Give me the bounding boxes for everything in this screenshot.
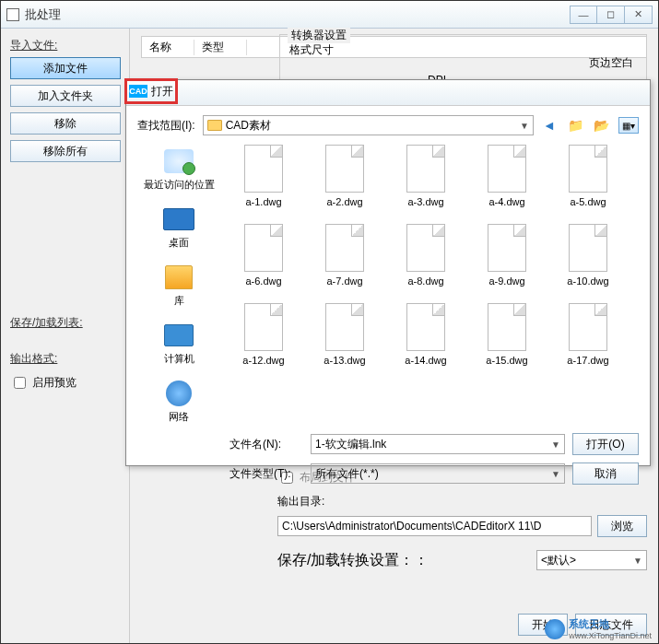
file-item[interactable]: a-7.dwg: [312, 224, 377, 287]
file-dialog-body: 查找范围(I): CAD素材 ▼ ◄ 📁 📂 ▦▾ 最近访问的位置: [126, 106, 650, 433]
open-button[interactable]: 打开(O): [572, 433, 639, 455]
place-desktop-label: 桌面: [169, 236, 189, 250]
browse-button[interactable]: 浏览: [597, 515, 647, 537]
file-icon: [325, 145, 364, 193]
file-icon: [244, 145, 283, 193]
place-library[interactable]: 库: [162, 263, 195, 308]
file-item[interactable]: a-9.dwg: [475, 224, 539, 287]
maximize-button[interactable]: ◻: [597, 6, 625, 24]
views-icon[interactable]: ▦▾: [618, 117, 639, 134]
page-margin-label: 页边空白: [589, 55, 633, 71]
col-name[interactable]: 名称: [142, 40, 194, 55]
minimize-button[interactable]: —: [570, 6, 597, 24]
file-item[interactable]: a-4.dwg: [475, 145, 539, 207]
close-button[interactable]: ✕: [625, 6, 653, 24]
remove-button[interactable]: 移除: [10, 112, 121, 135]
look-in-combo[interactable]: CAD素材 ▼: [203, 115, 534, 135]
place-recent[interactable]: 最近访问的位置: [144, 146, 215, 192]
place-library-label: 库: [174, 294, 184, 308]
format-size-label: 格式尺寸: [289, 42, 637, 58]
file-open-dialog: CAD 打开 查找范围(I): CAD素材 ▼ ◄ 📁 📂 ▦▾ 最近访问: [125, 79, 651, 466]
file-item[interactable]: a-12.dwg: [231, 303, 296, 366]
up-folder-icon[interactable]: 📁: [567, 117, 583, 134]
dialog-title-highlight: CAD 打开: [124, 78, 178, 104]
file-dialog-bottom: 文件名(N): 1-软文编辑.lnk ▼ 打开(O) 文件类型(T): 所有文件…: [126, 433, 650, 501]
dialog-toolbar: ◄ 📁 📂 ▦▾: [541, 117, 639, 134]
cancel-button[interactable]: 取消: [572, 463, 639, 485]
file-icon: [488, 303, 526, 351]
remove-all-button[interactable]: 移除所有: [10, 140, 121, 162]
place-network-label: 网络: [169, 410, 189, 424]
file-item[interactable]: a-13.dwg: [312, 303, 377, 366]
library-icon: [165, 265, 193, 289]
back-icon[interactable]: ◄: [541, 117, 558, 134]
chevron-down-icon: ▼: [633, 556, 642, 566]
window-controls: — ◻ ✕: [570, 6, 653, 24]
watermark-url: www.XiTongTianDi.net: [569, 631, 652, 640]
look-in-value: CAD素材: [226, 118, 271, 134]
folder-icon: [207, 120, 222, 131]
look-in-label: 查找范围(I):: [137, 118, 195, 134]
file-item[interactable]: a-6.dwg: [231, 224, 296, 287]
output-dir-input[interactable]: [277, 516, 592, 536]
chevron-down-icon: ▼: [520, 121, 529, 131]
file-icon: [406, 145, 445, 193]
file-icon: [325, 224, 364, 272]
places-bar: 最近访问的位置 桌面 库 计算机 网络: [137, 141, 220, 424]
file-item[interactable]: a-1.dwg: [231, 145, 296, 207]
output-format-label: 输出格式:: [10, 351, 120, 367]
file-name: a-14.dwg: [405, 355, 446, 366]
app-icon: [6, 8, 19, 21]
file-icon: [488, 224, 526, 272]
file-name: a-15.dwg: [486, 355, 527, 366]
new-folder-icon[interactable]: 📂: [593, 117, 609, 134]
file-name: a-8.dwg: [407, 275, 443, 287]
col-type[interactable]: 类型: [194, 40, 247, 55]
file-icon: [488, 145, 526, 193]
converter-group-title: 转换器设置: [288, 28, 350, 43]
file-name-value: 1-软文编辑.lnk: [315, 437, 386, 452]
file-item[interactable]: a-2.dwg: [312, 145, 377, 207]
file-name: a-17.dwg: [567, 355, 608, 366]
file-item[interactable]: a-8.dwg: [394, 224, 458, 287]
save-load-settings-label: 保存/加载转换设置：：: [277, 551, 429, 570]
file-item[interactable]: a-3.dwg: [394, 145, 458, 207]
place-computer[interactable]: 计算机: [162, 321, 195, 366]
file-name: a-13.dwg: [324, 355, 365, 366]
watermark: 系统天地 www.XiTongTianDi.net: [545, 617, 652, 640]
file-item[interactable]: a-14.dwg: [394, 303, 458, 366]
place-desktop[interactable]: 桌面: [162, 205, 195, 250]
file-item[interactable]: a-17.dwg: [556, 303, 620, 366]
file-type-label: 文件类型(T):: [229, 466, 303, 482]
place-recent-label: 最近访问的位置: [144, 178, 215, 192]
chevron-down-icon: ▼: [551, 469, 560, 479]
file-name: a-9.dwg: [488, 275, 524, 287]
file-icon: [244, 303, 283, 351]
file-icon: [406, 303, 445, 351]
file-grid[interactable]: a-1.dwg a-2.dwg a-3.dwg a-4.dwg a-5.dwg …: [228, 141, 639, 417]
file-item[interactable]: a-5.dwg: [556, 145, 620, 207]
desktop-icon: [163, 208, 194, 230]
watermark-icon: [545, 619, 565, 639]
add-file-button[interactable]: 添加文件: [10, 57, 121, 79]
file-item[interactable]: a-15.dwg: [475, 303, 539, 366]
place-computer-label: 计算机: [164, 352, 194, 366]
file-dialog-main: 最近访问的位置 桌面 库 计算机 网络: [137, 141, 639, 424]
file-name-input[interactable]: 1-软文编辑.lnk ▼: [311, 434, 565, 454]
file-dialog-titlebar: CAD 打开: [126, 80, 650, 106]
left-panel: 导入文件: 添加文件 加入文件夹 移除 移除所有 保存/加载列表: 输出格式: …: [1, 29, 130, 643]
enable-preview-checkbox[interactable]: [14, 377, 26, 389]
settings-preset-value: <默认>: [541, 553, 576, 568]
enable-preview-label: 启用预览: [32, 375, 76, 391]
file-item[interactable]: a-10.dwg: [556, 224, 620, 287]
file-type-combo[interactable]: 所有文件(*.*) ▼: [311, 463, 565, 484]
file-name: a-10.dwg: [567, 275, 608, 287]
file-icon: [569, 224, 607, 272]
settings-preset-combo[interactable]: <默认> ▼: [536, 550, 647, 570]
window-title: 批处理: [25, 6, 570, 23]
file-icon: [325, 303, 364, 351]
file-icon: [406, 224, 445, 272]
place-network[interactable]: 网络: [162, 379, 195, 424]
add-folder-button[interactable]: 加入文件夹: [10, 85, 121, 107]
file-name-label: 文件名(N):: [229, 437, 303, 452]
